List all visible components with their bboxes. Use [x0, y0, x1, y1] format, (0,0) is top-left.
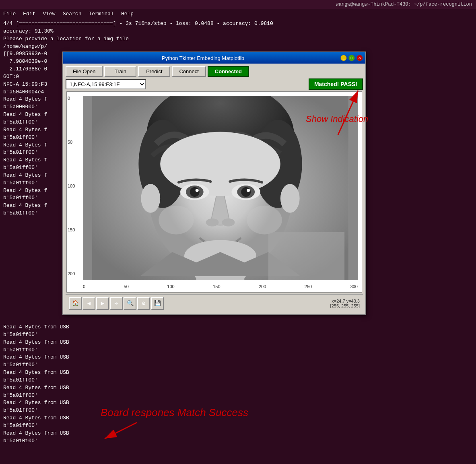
menu-edit[interactable]: Edit [23, 11, 35, 17]
y-label-50: 50 [68, 140, 75, 144]
terminal-output-bottom: Read 4 Bytes from USB b'5a01ff00' Read 4… [0, 322, 72, 447]
matched-button[interactable]: Matched! PASS! [309, 78, 363, 90]
predict-button[interactable]: Predict [138, 66, 170, 77]
x-label-100: 100 [167, 284, 174, 289]
tkinter-window: Python Tkinter Embeding Matplotlib _ □ ✕… [62, 52, 366, 315]
svg-point-17 [206, 219, 219, 227]
x-axis-labels: 0 50 100 150 200 250 300 [83, 284, 358, 289]
coords-xy: x=24.7 y=43.3 [330, 299, 360, 303]
svg-point-18 [222, 219, 235, 227]
close-button[interactable]: ✕ [356, 55, 363, 61]
dropdown-row: 1,NFC-A,15:99:F3:1E Matched! PASS! [66, 78, 363, 90]
menu-file[interactable]: File [3, 11, 16, 17]
y-label-0: 0 [68, 96, 75, 101]
menu-view[interactable]: View [43, 11, 55, 17]
pan-button[interactable]: ✛ [110, 297, 123, 310]
x-label-200: 200 [259, 284, 266, 289]
x-label-50: 50 [124, 284, 129, 289]
settings-button[interactable]: ⚙ [137, 297, 150, 310]
connected-button[interactable]: Connected [208, 66, 249, 77]
zoom-button[interactable]: 🔍 [124, 297, 136, 310]
y-label-150: 150 [68, 227, 75, 232]
top-bar: wangw@wangw-ThinkPad-T430: ~/p/face-reco… [0, 0, 476, 9]
connect-button[interactable]: Connect [172, 66, 206, 77]
maximize-button[interactable]: □ [348, 55, 355, 61]
svg-point-23 [280, 184, 300, 213]
toolbar-coordinates: x=24.7 y=43.3 [255, 255, 255] [330, 299, 360, 308]
menu-terminal[interactable]: Terminal [89, 11, 113, 17]
svg-point-19 [159, 206, 194, 235]
svg-point-8 [160, 132, 280, 196]
coords-pixel: [255, 255, 255] [330, 303, 360, 308]
tkinter-content: File Open Train Predict Connect Connecte… [63, 64, 365, 314]
x-label-0: 0 [83, 284, 85, 289]
tkinter-title: Python Tkinter Embeding Matplotlib [66, 55, 340, 61]
x-label-300: 300 [350, 284, 358, 289]
svg-point-22 [141, 184, 160, 213]
svg-point-16 [247, 189, 250, 192]
x-label-150: 150 [213, 284, 220, 289]
svg-point-11 [190, 187, 200, 197]
menu-help[interactable]: Help [121, 11, 134, 17]
tkinter-titlebar: Python Tkinter Embeding Matplotlib _ □ ✕ [63, 52, 365, 64]
x-label-250: 250 [305, 284, 312, 289]
toolbar-button-group: 🏠 ◀ ▶ ✛ 🔍 ⚙ 💾 [69, 297, 164, 310]
forward-button[interactable]: ▶ [96, 297, 109, 310]
y-label-200: 200 [68, 271, 75, 276]
back-button[interactable]: ◀ [82, 297, 95, 310]
save-button[interactable]: 💾 [151, 297, 164, 310]
minimize-button[interactable]: _ [340, 55, 347, 61]
board-response-annotation: Board respones Match Success [101, 406, 248, 419]
y-axis-labels: 0 50 100 150 200 [68, 96, 75, 276]
menu-search[interactable]: Search [63, 11, 82, 17]
device-dropdown[interactable]: 1,NFC-A,15:99:F3:1E [66, 79, 146, 89]
y-label-100: 100 [68, 184, 75, 188]
svg-point-12 [196, 189, 199, 192]
svg-rect-24 [268, 232, 344, 280]
file-open-button[interactable]: File Open [66, 66, 103, 77]
menu-bar: File Edit View Search Terminal Help [0, 9, 476, 19]
svg-point-15 [241, 187, 251, 197]
hostname-label: wangw@wangw-ThinkPad-T430: ~/p/face-reco… [336, 2, 472, 7]
svg-point-20 [247, 206, 282, 235]
plot-toolbar: 🏠 ◀ ▶ ✛ 🔍 ⚙ 💾 x=24.7 y=43.3 [255, 255, 2… [66, 294, 363, 312]
home-button[interactable]: 🏠 [69, 297, 82, 310]
titlebar-buttons: _ □ ✕ [340, 55, 363, 61]
show-indication-annotation: Show Indication [306, 114, 368, 124]
button-row: File Open Train Predict Connect Connecte… [66, 66, 363, 77]
train-button[interactable]: Train [104, 66, 136, 77]
